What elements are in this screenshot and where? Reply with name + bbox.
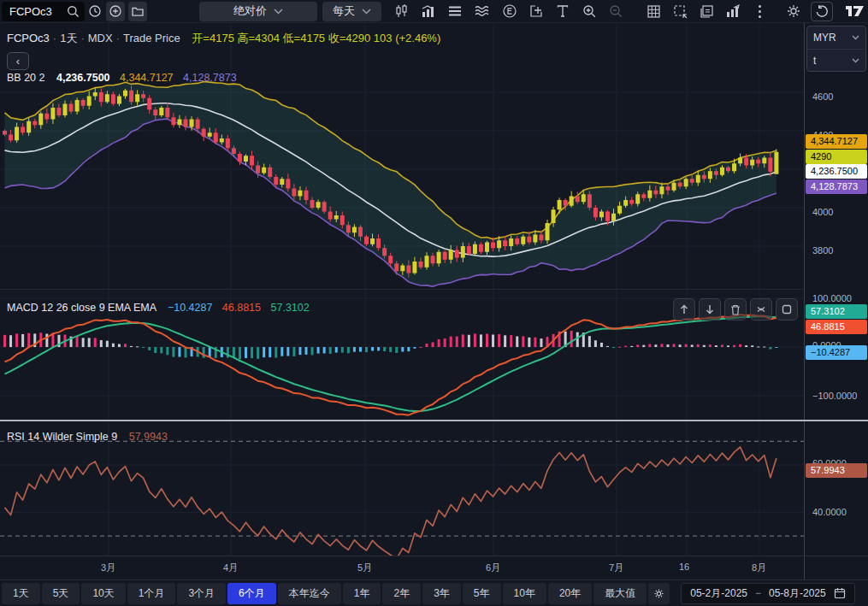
chevron-down-icon <box>852 58 859 63</box>
interval-label: 每天 <box>333 3 355 19</box>
last-price-axis-badge: 4290 <box>806 150 867 164</box>
top-toolbar: FCPOc3 绝对价 每天 <box>0 0 868 23</box>
price-pane-canvas[interactable] <box>0 23 804 290</box>
bb-legend[interactable]: BB 20 2 4,236.7500 4,344.7127 4,128.7873 <box>7 72 237 84</box>
bb-lower-axis-badge: 4,128.7873 <box>806 179 867 194</box>
pane-separator-active[interactable] <box>0 420 868 421</box>
macd-hist-axis-badge: −10.4287 <box>806 345 867 360</box>
maximize-icon <box>782 304 792 315</box>
price-axis[interactable]: MYR t 4600 4400 4200 4000 3800 4,344.712… <box>804 23 868 556</box>
data-table-button[interactable] <box>644 2 663 21</box>
legend-interval: 1天 <box>60 32 77 44</box>
unit-label: t <box>813 55 816 67</box>
interval-button-7[interactable]: 1年 <box>343 583 381 604</box>
time-axis-label: 16 <box>679 562 689 572</box>
interval-button-13[interactable]: 最大值 <box>593 583 647 604</box>
time-interval-clock-button[interactable] <box>86 2 104 21</box>
wave-tool-button[interactable] <box>472 2 493 21</box>
text-tool-icon <box>556 4 570 18</box>
toolbar-icon-strip <box>392 2 868 21</box>
text-tool-button[interactable] <box>553 2 572 21</box>
interval-button-5[interactable]: 6个月 <box>227 583 276 604</box>
snapshot-button[interactable] <box>670 2 689 21</box>
interval-dropdown[interactable]: 每天 <box>322 2 381 21</box>
zoom-in-button[interactable] <box>580 2 599 21</box>
unit-select[interactable]: t <box>807 49 865 71</box>
pane-separator[interactable] <box>0 289 868 290</box>
axis-unit-box: MYR t <box>806 26 866 72</box>
date-range-picker[interactable]: 05-2月-2025 − 05-8月-2025 <box>681 583 854 604</box>
bb-upper-axis-badge: 4,344.7127 <box>806 134 867 149</box>
settings-button[interactable] <box>784 2 803 21</box>
more-options-button[interactable] <box>750 2 769 21</box>
axis-corner-divider <box>804 556 805 580</box>
legend-ohlc-values: 开=4175 高=4304 低=4175 收=4290 103 (+2.46%) <box>192 32 440 44</box>
legend-collapse-button[interactable]: ‹ <box>7 52 29 70</box>
bottom-toolbar: 1天5天10天1个月3个月6个月本年迄今1年2年3年5年10年20年最大值 05… <box>0 580 868 606</box>
pane-move-up-button[interactable] <box>673 298 695 321</box>
interval-button-8[interactable]: 2年 <box>382 583 421 604</box>
settings-gear-icon <box>786 3 801 19</box>
interval-button-3[interactable]: 1个月 <box>127 583 176 604</box>
collapse-icon <box>756 304 766 315</box>
circle-e-icon <box>502 3 517 19</box>
elliott-tool-button[interactable] <box>500 2 519 21</box>
macd-signal-value: 57.3102 <box>271 302 310 314</box>
interval-button-0[interactable]: 1天 <box>2 583 40 604</box>
zoom-out-button[interactable] <box>606 2 625 21</box>
rsi-tick: 40.0000 <box>812 506 847 518</box>
compare-button[interactable] <box>527 2 546 21</box>
pane-maximize-button[interactable] <box>776 298 798 321</box>
rsi-line-layer <box>5 447 776 556</box>
main-legend[interactable]: FCPOc3·1天·MDX·Trade Price 开=4175 高=4304 … <box>7 31 440 46</box>
price-tick: 4000 <box>812 206 833 218</box>
folder-button[interactable] <box>128 2 147 21</box>
interval-button-11[interactable]: 10年 <box>503 583 546 604</box>
price-mode-label: 绝对价 <box>233 3 267 19</box>
interval-button-6[interactable]: 本年迄今 <box>278 583 341 604</box>
pane-move-down-button[interactable] <box>699 298 721 321</box>
bb-upper-value: 4,344.7127 <box>120 72 174 84</box>
chart-style-button[interactable] <box>419 2 438 21</box>
rsi-legend-title: RSI 14 Wilder Simple 9 <box>7 431 117 443</box>
interval-button-4[interactable]: 3个月 <box>177 583 226 604</box>
interval-button-12[interactable]: 20年 <box>548 583 592 604</box>
time-axis-label: 8月 <box>752 562 766 574</box>
search-icon <box>67 5 80 18</box>
pane-delete-button[interactable] <box>724 298 747 321</box>
macd-pane-toolbar <box>673 298 798 321</box>
interval-button-1[interactable]: 5天 <box>42 583 80 604</box>
waves-icon <box>474 5 491 17</box>
macd-legend[interactable]: MACD 12 26 close 9 EMA EMA −10.4287 46.8… <box>7 302 310 314</box>
add-symbol-button[interactable] <box>106 2 125 21</box>
layout-button[interactable] <box>697 2 716 21</box>
timeframe-settings-button[interactable] <box>648 583 670 604</box>
chart-type-candles-button[interactable] <box>393 2 411 21</box>
price-tick: 3800 <box>812 244 833 256</box>
chart-application: FCPOc3 绝对价 每天 <box>0 0 868 606</box>
delete-icon <box>730 304 741 315</box>
macd-line-axis-badge: 46.8815 <box>806 320 867 334</box>
macd-tick: 100.0000 <box>812 292 852 304</box>
line-tools-button[interactable] <box>446 2 464 21</box>
chart-style-icon <box>421 3 436 19</box>
price-tick: 4600 <box>812 91 833 103</box>
price-mode-dropdown[interactable]: 绝对价 <box>199 2 317 21</box>
time-axis[interactable]: 3月4月5月6月7月168月 <box>0 556 868 580</box>
interval-button-9[interactable]: 3年 <box>422 583 461 604</box>
interval-button-2[interactable]: 10天 <box>81 583 125 604</box>
macd-lines-layer <box>5 315 776 415</box>
interval-button-10[interactable]: 5年 <box>463 583 501 604</box>
rsi-legend[interactable]: RSI 14 Wilder Simple 9 57.9943 <box>7 431 168 443</box>
date-from: 05-2月-2025 <box>690 586 747 601</box>
tradingview-logo[interactable] <box>843 2 867 21</box>
pane-collapse-button[interactable] <box>750 298 772 321</box>
table-icon <box>647 4 661 19</box>
move-up-icon <box>679 304 689 315</box>
undo-button[interactable] <box>811 2 833 21</box>
stats-button[interactable] <box>723 2 742 21</box>
zoom-out-icon <box>609 4 623 19</box>
stats-icon <box>725 4 741 19</box>
symbol-search[interactable]: FCPOc3 <box>2 2 85 21</box>
currency-select[interactable]: MYR <box>807 26 865 49</box>
